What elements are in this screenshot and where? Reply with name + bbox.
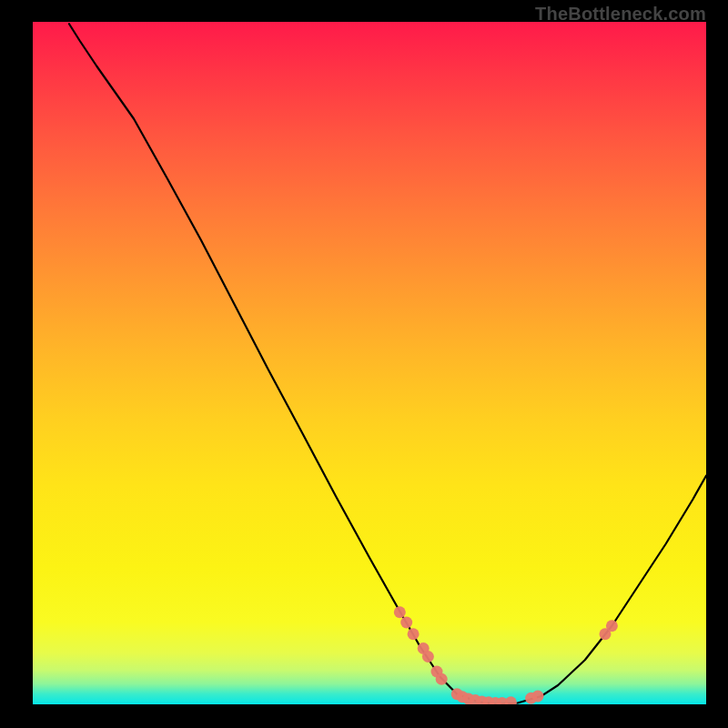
data-point (532, 691, 544, 703)
data-point (422, 651, 434, 662)
chart-plot-area (33, 22, 706, 704)
bottleneck-curve (69, 24, 706, 704)
data-point (606, 620, 618, 632)
data-point (394, 606, 406, 618)
data-points-group (394, 606, 618, 704)
data-point (400, 617, 412, 629)
data-point (408, 628, 420, 640)
data-point (505, 696, 517, 704)
watermark-label: TheBottleneck.com (535, 4, 706, 25)
chart-svg (33, 22, 706, 704)
data-point (436, 673, 448, 685)
